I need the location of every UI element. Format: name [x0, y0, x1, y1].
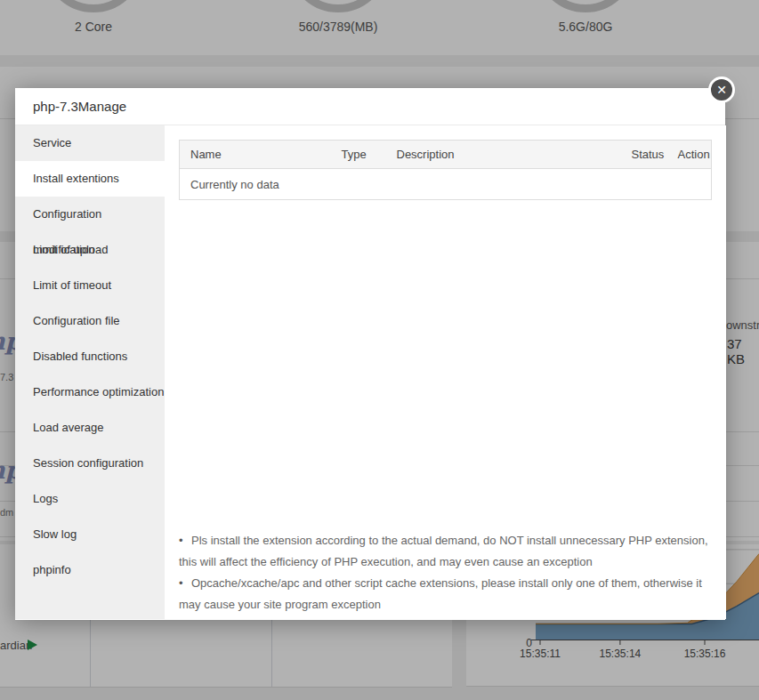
table-header-row: NameTypeDescriptionStatusAction	[180, 141, 712, 169]
column-header-type: Type	[331, 141, 386, 169]
sidebar-item-slow-log[interactable]: Slow log	[15, 517, 165, 552]
sidebar-item-session-configuration[interactable]: Session configuration	[15, 446, 165, 481]
sidebar-item-service[interactable]: Service	[15, 125, 165, 161]
sidebar-item-phpinfo[interactable]: phpinfo	[15, 552, 165, 588]
sidebar-item-limit-of-timeout[interactable]: Limit of timeout	[15, 268, 165, 303]
note-item: •Pls install the extension according to …	[179, 530, 712, 573]
sidebar-item-performance-optimization[interactable]: Performance optimization	[15, 374, 165, 410]
bullet-icon: •	[179, 573, 191, 594]
extension-notes: •Pls install the extension according to …	[179, 530, 712, 616]
sidebar-item-disabled-functions[interactable]: Disabled functions	[15, 339, 165, 374]
empty-cell: Currently no data	[180, 169, 712, 200]
sidebar-item-configuration-modification[interactable]: Configuration modification	[15, 197, 165, 232]
php-manage-modal: ✕ php-7.3Manage ServiceInstall extention…	[15, 88, 725, 620]
note-item: •Opcache/xcache/apc and other script cac…	[179, 573, 712, 616]
close-icon: ✕	[716, 83, 727, 97]
column-header-status: Status	[621, 141, 667, 169]
modal-content: NameTypeDescriptionStatusAction Currentl…	[165, 125, 726, 619]
sidebar-item-load-average[interactable]: Load average	[15, 410, 165, 446]
table-empty-row: Currently no data	[180, 169, 712, 200]
close-button[interactable]: ✕	[708, 76, 735, 103]
sidebar-item-logs[interactable]: Logs	[15, 481, 165, 517]
sidebar-item-configuration-file[interactable]: Configuration file	[15, 303, 165, 339]
column-header-name: Name	[180, 141, 331, 169]
extensions-table: NameTypeDescriptionStatusAction Currentl…	[179, 140, 712, 200]
sidebar-item-install-extentions[interactable]: Install extentions	[15, 161, 165, 197]
modal-sidebar: ServiceInstall extentionsConfiguration m…	[15, 125, 165, 619]
screen: 2 Core560/3789(MB)5.6G/80G ownstre 37 KB…	[0, 0, 759, 700]
sidebar-item-limit-of-upload[interactable]: Limit of upload	[15, 232, 165, 268]
column-header-description: Description	[386, 141, 621, 169]
bullet-icon: •	[179, 530, 191, 551]
modal-title: php-7.3Manage	[15, 88, 725, 125]
column-header-action: Action	[667, 141, 712, 169]
modal-body: ServiceInstall extentionsConfiguration m…	[15, 125, 725, 619]
